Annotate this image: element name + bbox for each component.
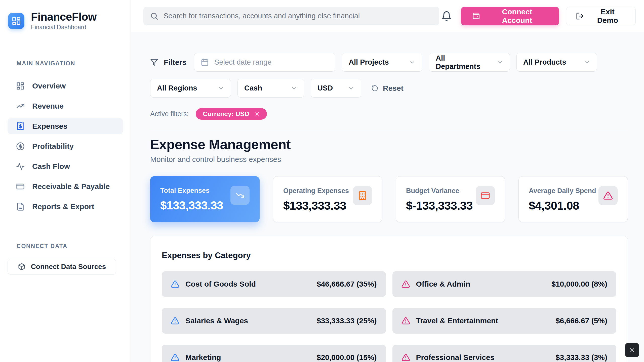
currency-select[interactable]: USD: [311, 79, 361, 98]
category-value: $3,333.33 (3%): [556, 353, 607, 362]
credit-card-icon: [16, 182, 25, 191]
chevron-down-icon: [409, 59, 416, 66]
filters-row-2: All Regions Cash USD Reset: [150, 79, 628, 98]
stat-card-total-expenses[interactable]: Total Expenses $133,333.33: [150, 176, 260, 222]
stat-icon-chip: [598, 186, 618, 205]
alert-triangle-icon: [401, 280, 410, 288]
close-icon[interactable]: [254, 111, 260, 117]
category-value: $10,000.00 (8%): [551, 280, 607, 288]
connect-data-sources-label: Connect Data Sources: [31, 263, 106, 271]
sidebar-item-revenue[interactable]: Revenue: [8, 98, 123, 114]
sidebar-item-reports-export[interactable]: Reports & Export: [8, 199, 123, 215]
rotate-ccw-icon: [371, 85, 378, 92]
notifications-button[interactable]: [439, 9, 454, 24]
category-row-cost-of-goods-sold[interactable]: Cost of Goods Sold $46,666.67 (35%): [162, 271, 386, 297]
alert-triangle-icon: [171, 353, 179, 362]
exit-demo-label: Exit Demo: [589, 8, 626, 25]
app-logo: [8, 13, 24, 29]
sidebar-item-label: Reports & Export: [32, 202, 94, 211]
sidebar-item-cash-flow[interactable]: Cash Flow: [8, 158, 123, 174]
exit-demo-button[interactable]: Exit Demo: [566, 7, 636, 25]
category-row-office-admin[interactable]: Office & Admin $10,000.00 (8%): [392, 271, 617, 297]
app-root: FinanceFlow Financial Dashboard MAIN NAV…: [0, 0, 644, 362]
category-value: $33,333.33 (25%): [317, 316, 377, 325]
category-row-professional-services[interactable]: Professional Services $3,333.33 (3%): [392, 345, 617, 362]
global-search: [143, 7, 439, 25]
stat-card-operating-expenses[interactable]: Operating Expenses $133,333.33: [273, 176, 382, 222]
alert-triangle-icon: [171, 316, 179, 325]
reset-label: Reset: [383, 84, 404, 93]
connect-account-button[interactable]: Connect Account: [461, 7, 559, 25]
sidebar-item-label: Receivable & Payable: [32, 182, 110, 191]
departments-select[interactable]: All Departments: [429, 53, 510, 72]
search-icon: [150, 12, 158, 20]
category-value: $46,666.67 (35%): [317, 280, 377, 288]
package-icon: [18, 263, 25, 270]
expenses-by-category-title: Expenses by Category: [162, 251, 616, 260]
sidebar-item-label: Expenses: [32, 122, 67, 130]
chevron-down-icon: [584, 59, 590, 66]
calendar-icon: [201, 58, 209, 66]
sidebar-item-label: Overview: [32, 82, 66, 90]
stat-icon-chip: [353, 186, 372, 205]
alert-triangle-icon: [171, 280, 179, 288]
currency-filter-chip[interactable]: Currency: USD: [196, 108, 267, 120]
activity-icon: [16, 162, 25, 171]
app-brand: FinanceFlow Financial Dashboard: [0, 0, 131, 42]
stat-card-average-daily-spend[interactable]: Average Daily Spend $4,301.08: [518, 176, 628, 222]
filters-label: Filters: [164, 58, 186, 67]
products-select[interactable]: All Products: [516, 53, 597, 72]
close-icon: [629, 347, 635, 353]
topbar: Connect Account Exit Demo: [131, 0, 644, 32]
bell-icon: [441, 11, 452, 21]
funnel-icon: [150, 58, 158, 66]
payment-method-select[interactable]: Cash: [237, 79, 304, 98]
search-input[interactable]: [164, 12, 433, 20]
category-row-travel-entertainment[interactable]: Travel & Entertainment $6,666.67 (5%): [392, 308, 617, 334]
connect-data-sources-button[interactable]: Connect Data Sources: [8, 259, 116, 275]
reset-filters-button[interactable]: Reset: [371, 84, 404, 93]
chevron-down-icon: [218, 85, 224, 92]
category-row-salaries-wages[interactable]: Salaries & Wages $33,333.33 (25%): [162, 308, 386, 334]
credit-card-icon: [480, 191, 490, 200]
date-range-field[interactable]: Select date range: [194, 53, 335, 72]
stat-card-budget-variance[interactable]: Budget Variance $-133,333.33: [396, 176, 505, 222]
category-value: $6,666.67 (5%): [556, 316, 607, 325]
main-navigation: Overview Revenue Expenses Profitability …: [0, 78, 131, 215]
category-value: $20,000.00 (15%): [317, 353, 377, 362]
filters-title: Filters: [150, 58, 186, 67]
app-title-group: FinanceFlow Financial Dashboard: [31, 11, 97, 31]
trending-down-icon: [235, 191, 245, 200]
sidebar-item-expenses[interactable]: Expenses: [8, 118, 123, 134]
sidebar-item-profitability[interactable]: Profitability: [8, 138, 123, 154]
category-label: Marketing: [185, 353, 221, 362]
active-filters: Active filters: Currency: USD: [150, 108, 628, 120]
category-label: Salaries & Wages: [185, 316, 248, 325]
sidebar: FinanceFlow Financial Dashboard MAIN NAV…: [0, 0, 131, 362]
sidebar-item-receivable-payable[interactable]: Receivable & Payable: [8, 178, 123, 195]
sidebar-item-label: Cash Flow: [32, 162, 70, 171]
building-icon: [358, 191, 367, 200]
sidebar-item-label: Profitability: [32, 142, 74, 151]
layout-dashboard-icon: [16, 82, 25, 90]
category-label: Professional Services: [416, 353, 495, 362]
currency-select-value: USD: [317, 84, 333, 92]
category-label: Travel & Entertainment: [416, 316, 498, 325]
log-out-icon: [576, 12, 584, 20]
chevron-down-icon: [291, 85, 297, 92]
connect-section-label: CONNECT DATA: [0, 243, 131, 250]
active-filters-label: Active filters:: [150, 110, 189, 118]
nav-section-label: MAIN NAVIGATION: [0, 60, 131, 67]
close-overlay-button[interactable]: [625, 343, 639, 357]
connect-account-label: Connect Account: [486, 8, 548, 25]
projects-select[interactable]: All Projects: [342, 53, 422, 72]
regions-select[interactable]: All Regions: [150, 79, 231, 98]
sidebar-item-overview[interactable]: Overview: [8, 78, 123, 94]
currency-filter-chip-label: Currency: USD: [203, 110, 249, 118]
departments-select-value: All Departments: [436, 54, 492, 71]
page-subtitle: Monitor and control business expenses: [150, 155, 628, 164]
category-row-marketing[interactable]: Marketing $20,000.00 (15%): [162, 345, 386, 362]
category-grid: Cost of Goods Sold $46,666.67 (35%) Offi…: [162, 271, 616, 362]
stats-grid: Total Expenses $133,333.33 Operating Exp…: [150, 176, 628, 222]
chevron-down-icon: [497, 59, 503, 66]
